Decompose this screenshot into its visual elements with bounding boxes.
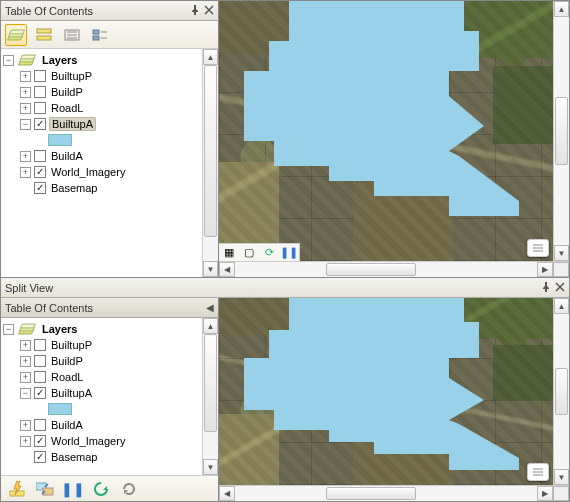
- scroll-track-h[interactable]: [235, 486, 537, 501]
- visibility-checkbox[interactable]: [34, 150, 46, 162]
- map-view-bottom[interactable]: [219, 298, 553, 485]
- layer-label[interactable]: World_Imagery: [49, 166, 127, 178]
- map-view-top[interactable]: ▦ ▢ ⟳ ❚❚: [219, 1, 553, 261]
- layer-label[interactable]: BuiltupP: [49, 339, 94, 351]
- map-popup-icon[interactable]: [527, 239, 549, 257]
- scroll-up-button[interactable]: ▲: [554, 298, 569, 314]
- layer-label[interactable]: World_Imagery: [49, 435, 127, 447]
- layer-item-buildp[interactable]: +BuildP: [3, 353, 200, 369]
- scroll-up-button[interactable]: ▲: [554, 1, 569, 17]
- scroll-left-button[interactable]: ◀: [219, 486, 235, 501]
- scroll-track[interactable]: [554, 314, 569, 469]
- scroll-down-button[interactable]: ▼: [554, 245, 569, 261]
- pin-icon[interactable]: [190, 5, 200, 17]
- expand-toggle[interactable]: −: [20, 119, 31, 130]
- scroll-thumb-h[interactable]: [326, 487, 417, 500]
- scroll-up-button[interactable]: ▲: [203, 49, 218, 65]
- layers-root-label[interactable]: Layers: [40, 323, 79, 335]
- pause-icon[interactable]: ❚❚: [63, 479, 83, 499]
- sync-icon[interactable]: [91, 479, 111, 499]
- map-tool-page-icon[interactable]: ▢: [241, 245, 257, 261]
- visibility-checkbox[interactable]: [34, 102, 46, 114]
- layer-label[interactable]: BuildA: [49, 419, 85, 431]
- close-icon[interactable]: [555, 282, 565, 294]
- layers-root-label[interactable]: Layers: [40, 54, 79, 66]
- map-scrollbar-h[interactable]: ◀ ▶: [219, 261, 569, 277]
- layer-item-builtupa[interactable]: −BuiltupA: [3, 116, 200, 132]
- scroll-thumb[interactable]: [555, 368, 568, 415]
- layer-item-builda[interactable]: +BuildA: [3, 417, 200, 433]
- layer-item-buildp[interactable]: +BuildP: [3, 84, 200, 100]
- list-by-drawing-order-button[interactable]: [5, 24, 27, 46]
- close-icon[interactable]: [204, 5, 214, 17]
- toc-scrollbar-v[interactable]: ▲ ▼: [202, 49, 218, 277]
- layer-item-builtupa[interactable]: −BuiltupA: [3, 385, 200, 401]
- visibility-checkbox[interactable]: [34, 166, 46, 178]
- scroll-thumb[interactable]: [204, 65, 217, 237]
- expand-toggle[interactable]: +: [20, 420, 31, 431]
- visibility-checkbox[interactable]: [34, 182, 46, 194]
- layer-item-builtupp[interactable]: +BuiltupP: [3, 68, 200, 84]
- expand-toggle[interactable]: +: [20, 372, 31, 383]
- scroll-thumb-h[interactable]: [326, 263, 417, 276]
- layer-label[interactable]: BuiltupA: [49, 387, 94, 399]
- visibility-checkbox[interactable]: [34, 371, 46, 383]
- scroll-left-button[interactable]: ◀: [219, 262, 235, 277]
- layer-label[interactable]: BuiltupP: [49, 70, 94, 82]
- expand-toggle[interactable]: −: [3, 324, 14, 335]
- layer-item-roadl[interactable]: +RoadL: [3, 369, 200, 385]
- layer-label[interactable]: Basemap: [49, 182, 99, 194]
- map-tool-pause-icon[interactable]: ❚❚: [281, 245, 297, 261]
- swap-icon[interactable]: [35, 479, 55, 499]
- scroll-down-button[interactable]: ▼: [203, 261, 218, 277]
- layer-item-builtupp[interactable]: +BuiltupP: [3, 337, 200, 353]
- layer-item-builda[interactable]: +BuildA: [3, 148, 200, 164]
- layer-item-roadl[interactable]: +RoadL: [3, 100, 200, 116]
- expand-toggle[interactable]: +: [20, 103, 31, 114]
- map-scrollbar-v[interactable]: ▲ ▼: [553, 1, 569, 261]
- layer-label[interactable]: BuildP: [49, 355, 85, 367]
- visibility-checkbox[interactable]: [34, 419, 46, 431]
- scroll-up-button[interactable]: ▲: [203, 318, 218, 334]
- visibility-checkbox[interactable]: [34, 339, 46, 351]
- map-tool-draw-icon[interactable]: ▦: [221, 245, 237, 261]
- layer-item-world_imagery[interactable]: +World_Imagery: [3, 164, 200, 180]
- visibility-checkbox[interactable]: [34, 118, 46, 130]
- layer-label[interactable]: BuildA: [49, 150, 85, 162]
- scroll-track-h[interactable]: [235, 262, 537, 277]
- layer-label[interactable]: RoadL: [49, 371, 85, 383]
- expand-toggle[interactable]: +: [20, 436, 31, 447]
- visibility-checkbox[interactable]: [34, 70, 46, 82]
- layer-label[interactable]: Basemap: [49, 451, 99, 463]
- scroll-thumb[interactable]: [204, 334, 217, 432]
- collapse-left-icon[interactable]: ◀: [206, 302, 214, 313]
- scroll-track[interactable]: [554, 17, 569, 245]
- scroll-right-button[interactable]: ▶: [537, 262, 553, 277]
- list-by-source-button[interactable]: [33, 24, 55, 46]
- scroll-right-button[interactable]: ▶: [537, 486, 553, 501]
- refresh-icon[interactable]: [119, 479, 139, 499]
- visibility-checkbox[interactable]: [34, 86, 46, 98]
- scroll-track[interactable]: [203, 65, 218, 261]
- expand-toggle[interactable]: −: [20, 388, 31, 399]
- expand-toggle[interactable]: +: [20, 87, 31, 98]
- layer-label[interactable]: BuiltupA: [49, 117, 96, 131]
- scroll-down-button[interactable]: ▼: [203, 459, 218, 475]
- expand-toggle[interactable]: +: [20, 340, 31, 351]
- expand-toggle[interactable]: +: [20, 151, 31, 162]
- layer-item-world_imagery[interactable]: +World_Imagery: [3, 433, 200, 449]
- expand-toggle[interactable]: +: [20, 71, 31, 82]
- map-tool-refresh-icon[interactable]: ⟳: [261, 245, 277, 261]
- visibility-checkbox[interactable]: [34, 355, 46, 367]
- layer-label[interactable]: RoadL: [49, 102, 85, 114]
- visibility-checkbox[interactable]: [34, 451, 46, 463]
- visibility-checkbox[interactable]: [34, 435, 46, 447]
- map-scrollbar-v-bottom[interactable]: ▲ ▼: [553, 298, 569, 485]
- symbology-swatch[interactable]: [48, 134, 72, 146]
- list-by-visibility-button[interactable]: [61, 24, 83, 46]
- toc-scrollbar-v-bottom[interactable]: ▲ ▼: [202, 318, 218, 475]
- layer-tree-top[interactable]: −Layers+BuiltupP+BuildP+RoadL−BuiltupA+B…: [1, 49, 202, 277]
- expand-toggle[interactable]: +: [20, 356, 31, 367]
- layer-tree-bottom[interactable]: −Layers+BuiltupP+BuildP+RoadL−BuiltupA+B…: [1, 318, 202, 475]
- scroll-track[interactable]: [203, 334, 218, 459]
